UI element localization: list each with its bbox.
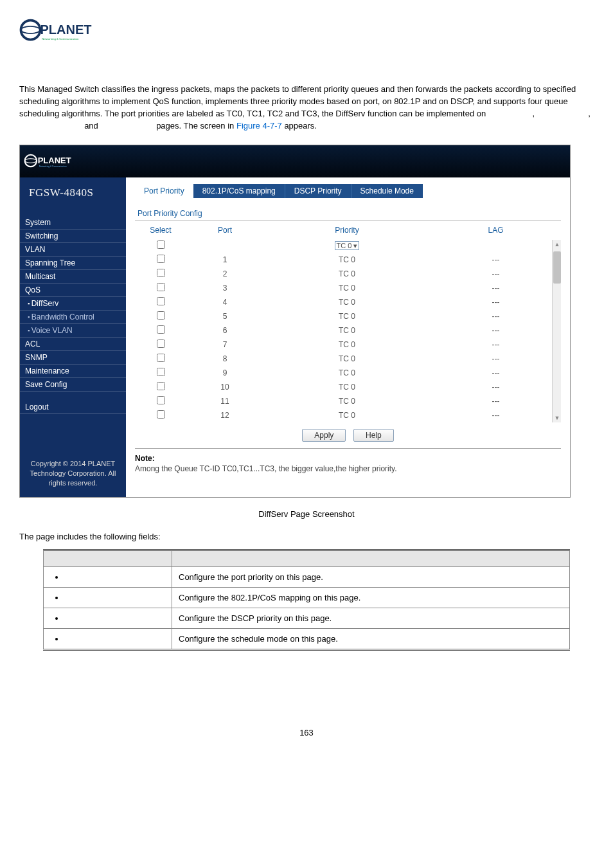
row-checkbox[interactable] (157, 339, 165, 348)
fields-desc-cell: Configure the DSCP priority on this page… (172, 608, 570, 628)
tab-bar: Port Priority802.1P/CoS mappingDSCP Prio… (135, 184, 561, 198)
row-checkbox[interactable] (157, 325, 165, 334)
row-lag: --- (431, 323, 561, 338)
row-checkbox[interactable] (157, 269, 165, 277)
fields-row: Configure the schedule mode on this page… (44, 628, 570, 649)
row-lag: --- (431, 295, 561, 309)
screenshot-header: PLANET Networking & Communication (20, 145, 570, 177)
scroll-up-icon[interactable]: ▲ (554, 241, 560, 248)
row-priority: TC 0 (263, 253, 431, 267)
apply-button[interactable]: Apply (302, 429, 346, 442)
fields-desc-cell: Configure the schedule mode on this page… (172, 628, 570, 649)
row-checkbox[interactable] (157, 410, 165, 419)
row-lag: --- (431, 267, 561, 281)
scrollbar[interactable]: ▲ ▼ (552, 240, 561, 422)
sidebar-item-diffserv[interactable]: DiffServ (20, 297, 126, 311)
row-lag: --- (431, 253, 561, 267)
row-port: 1 (186, 253, 263, 267)
fields-object-cell (44, 608, 172, 628)
row-lag: --- (431, 366, 561, 380)
sidebar-item-system[interactable]: System (20, 216, 126, 230)
doc-logo: PLANET Networking & Communication (19, 15, 594, 53)
row-checkbox[interactable] (157, 283, 165, 291)
tab-schedule-mode[interactable]: Schedule Mode (351, 184, 423, 198)
intro-text-b: pages. The screen in (156, 121, 234, 131)
sidebar-item-save-config[interactable]: Save Config (20, 378, 126, 392)
copyright-text: Copyright © 2014 PLANET Technology Corpo… (20, 414, 126, 492)
fields-head-object (44, 550, 172, 566)
logo-tagline: Networking & Communication (42, 37, 79, 41)
tab-port-priority[interactable]: Port Priority (135, 184, 193, 198)
tab-802-1p-cos-mapping[interactable]: 802.1P/CoS mapping (193, 184, 285, 198)
col-select: Select (135, 222, 186, 239)
sidebar-item-vlan[interactable]: VLAN (20, 243, 126, 257)
row-checkbox[interactable] (157, 368, 165, 376)
sidebar-item-qos[interactable]: QoS (20, 284, 126, 297)
row-port: 9 (186, 366, 263, 380)
table-row: 1TC 0--- (135, 253, 561, 267)
svg-text:PLANET: PLANET (38, 156, 71, 166)
col-priority: Priority (263, 222, 431, 239)
row-port: 4 (186, 295, 263, 309)
col-lag: LAG (431, 222, 561, 239)
row-checkbox[interactable] (157, 255, 165, 263)
intro-paragraph: This Managed Switch classifies the ingre… (19, 84, 594, 132)
sidebar-item-acl[interactable]: ACL (20, 338, 126, 351)
table-row: 2TC 0--- (135, 267, 561, 281)
table-row: 10TC 0--- (135, 380, 561, 394)
fields-table: Configure the port priority on this page… (43, 549, 570, 651)
row-checkbox[interactable] (157, 382, 165, 390)
intro-comma-2: , (588, 109, 591, 118)
svg-point-1 (21, 26, 40, 33)
scroll-down-icon[interactable]: ▼ (554, 415, 560, 421)
row-lag: --- (431, 281, 561, 295)
sidebar-item-maintenance[interactable]: Maintenance (20, 365, 126, 378)
select-all-checkbox[interactable] (157, 240, 165, 249)
sidebar-item-switching[interactable]: Switching (20, 230, 126, 243)
tab-dscp-priority[interactable]: DSCP Priority (285, 184, 351, 198)
table-row: 9TC 0--- (135, 366, 561, 380)
figure-caption: DiffServ Page Screenshot (19, 509, 594, 519)
row-port: 5 (186, 309, 263, 323)
row-priority: TC 0 (263, 380, 431, 394)
row-priority: TC 0 (263, 394, 431, 408)
row-checkbox[interactable] (157, 297, 165, 305)
fields-desc-cell: Configure the 802.1P/CoS mapping on this… (172, 587, 570, 608)
note-text: Among the Queue TC-ID TC0,TC1...TC3, the… (135, 463, 561, 475)
model-label: FGSW-4840S (20, 181, 126, 216)
row-checkbox[interactable] (157, 311, 165, 320)
row-port: 12 (186, 408, 263, 422)
bullet-icon (55, 597, 58, 599)
table-row: 12TC 0--- (135, 408, 561, 422)
svg-point-3 (25, 155, 37, 167)
intro-text-c: appears. (284, 121, 317, 131)
row-port: 10 (186, 380, 263, 394)
table-row: 5TC 0--- (135, 309, 561, 323)
row-priority: TC 0 (263, 323, 431, 338)
scroll-thumb[interactable] (553, 251, 561, 284)
screenshot: PLANET Networking & Communication FGSW-4… (19, 145, 571, 498)
sidebar-item-snmp[interactable]: SNMP (20, 351, 126, 365)
sidebar-item-logout[interactable]: Logout (20, 401, 126, 414)
intro-and: and (84, 121, 98, 131)
intro-text-a: This Managed Switch classifies the ingre… (19, 84, 576, 118)
svg-point-0 (21, 21, 40, 40)
page-number: 163 (19, 728, 594, 737)
table-row: 8TC 0--- (135, 352, 561, 366)
fields-object-cell (44, 566, 172, 587)
intro-comma-1: , (532, 109, 535, 118)
help-button[interactable]: Help (353, 429, 394, 442)
sidebar-item-spanning-tree[interactable]: Spanning Tree (20, 257, 126, 270)
table-row: 3TC 0--- (135, 281, 561, 295)
sidebar-item-multicast[interactable]: Multicast (20, 270, 126, 284)
content-area: Port Priority802.1P/CoS mappingDSCP Prio… (126, 177, 570, 497)
row-priority: TC 0 (263, 309, 431, 323)
note-label: Note: (135, 454, 561, 463)
row-lag: --- (431, 394, 561, 408)
priority-select[interactable]: TC 0 ▾ (335, 241, 360, 250)
sidebar-item-voice-vlan[interactable]: Voice VLAN (20, 324, 126, 338)
row-checkbox[interactable] (157, 396, 165, 404)
row-priority: TC 0 (263, 408, 431, 422)
sidebar-item-bandwidth-control[interactable]: Bandwidth Control (20, 311, 126, 324)
row-checkbox[interactable] (157, 354, 165, 362)
